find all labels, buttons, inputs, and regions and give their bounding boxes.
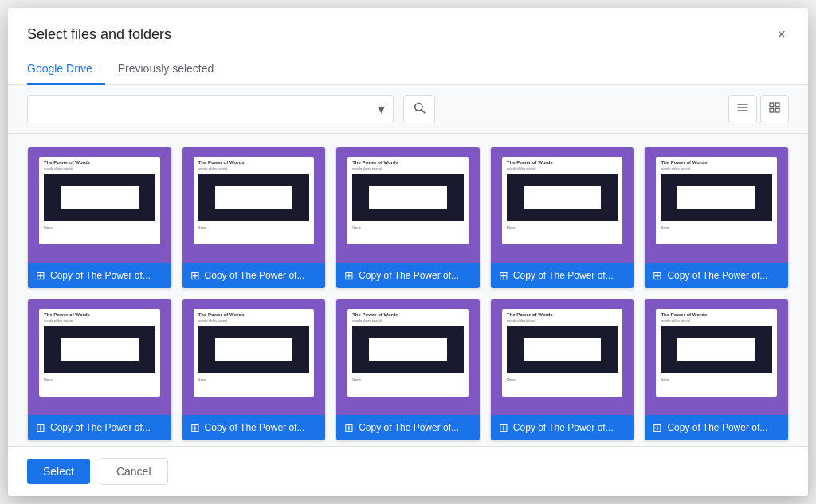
- thumb-name-2: Name: [194, 223, 315, 232]
- file-thumbnail-1: The Power of Words google slides tutoria…: [28, 147, 171, 263]
- file-card-6[interactable]: The Power of Words google slides tutoria…: [27, 299, 172, 441]
- thumb-content-6: [44, 326, 155, 373]
- list-view-icon: [736, 101, 749, 117]
- thumb-subtitle-5: google slides tutorial: [656, 166, 777, 172]
- thumb-title-10: The Power of Words: [656, 309, 777, 318]
- thumb-content-7: [198, 326, 310, 373]
- slides-icon-3: ⊞: [344, 269, 354, 282]
- file-name-10: Copy of The Power of...: [667, 422, 767, 433]
- files-area[interactable]: The Power of Words google slides tutoria…: [8, 134, 808, 446]
- list-view-button[interactable]: [728, 95, 757, 123]
- thumb-title-5: The Power of Words: [656, 157, 777, 166]
- file-thumbnail-10: The Power of Words google slides tutoria…: [645, 299, 788, 415]
- thumb-name-5: Name: [656, 223, 777, 232]
- file-card-10[interactable]: The Power of Words google slides tutoria…: [644, 299, 789, 441]
- file-card-8[interactable]: The Power of Words google slides tutoria…: [335, 299, 481, 441]
- file-thumbnail-5: The Power of Words google slides tutoria…: [645, 147, 788, 263]
- grid-view-icon: [768, 101, 781, 117]
- svg-rect-7: [770, 108, 774, 112]
- file-thumbnail-6: The Power of Words google slides tutoria…: [28, 299, 171, 415]
- thumb-subtitle-9: google slides tutorial: [502, 318, 623, 324]
- files-grid: The Power of Words google slides tutoria…: [27, 147, 789, 441]
- file-thumbnail-9: The Power of Words google slides tutoria…: [491, 299, 634, 415]
- view-toggle: [728, 95, 789, 123]
- thumb-subtitle-2: google slides tutorial: [194, 166, 315, 172]
- slides-icon-8: ⊞: [344, 421, 354, 434]
- dialog-footer: Select Cancel: [8, 446, 808, 496]
- file-name-4: Copy of The Power of...: [513, 270, 614, 281]
- search-button[interactable]: [403, 95, 435, 123]
- file-thumbnail-7: The Power of Words google slides tutoria…: [182, 299, 326, 415]
- file-card-3[interactable]: The Power of Words google slides tutoria…: [335, 147, 481, 289]
- file-card-9[interactable]: The Power of Words google slides tutoria…: [490, 299, 635, 441]
- svg-line-1: [422, 110, 424, 112]
- thumb-subtitle-8: google slides tutorial: [347, 318, 469, 324]
- file-label-3: ⊞ Copy of The Power of...: [336, 263, 480, 288]
- select-files-dialog: Select files and folders × Google Drive …: [8, 8, 808, 496]
- file-label-7: ⊞ Copy of The Power of...: [182, 415, 326, 440]
- file-thumbnail-4: The Power of Words google slides tutoria…: [491, 147, 634, 263]
- thumb-title-3: The Power of Words: [347, 157, 469, 166]
- file-name-6: Copy of The Power of...: [50, 422, 151, 433]
- thumb-content-4: [507, 174, 618, 221]
- thumb-content-5: [661, 174, 772, 221]
- file-card-4[interactable]: The Power of Words google slides tutoria…: [490, 147, 635, 289]
- thumb-content-2: [198, 174, 310, 221]
- file-label-9: ⊞ Copy of The Power of...: [491, 415, 634, 440]
- slides-icon-6: ⊞: [36, 421, 45, 434]
- dialog-title: Select files and folders: [27, 26, 171, 43]
- slides-icon-1: ⊞: [36, 269, 45, 282]
- tab-previously-selected[interactable]: Previously selected: [105, 54, 227, 85]
- file-name-2: Copy of The Power of...: [205, 270, 305, 281]
- thumb-subtitle-6: google slides tutorial: [39, 318, 160, 324]
- slides-icon-10: ⊞: [653, 421, 662, 434]
- slides-icon-5: ⊞: [653, 269, 662, 282]
- thumb-title-6: The Power of Words: [39, 309, 160, 318]
- cancel-button[interactable]: Cancel: [100, 458, 168, 485]
- tab-google-drive[interactable]: Google Drive: [27, 54, 105, 85]
- thumb-title-9: The Power of Words: [502, 309, 623, 318]
- thumb-content-10: [661, 326, 772, 373]
- file-name-3: Copy of The Power of...: [359, 270, 459, 281]
- thumb-subtitle-10: google slides tutorial: [656, 318, 777, 324]
- file-name-7: Copy of The Power of...: [205, 422, 305, 433]
- slides-icon-7: ⊞: [190, 421, 200, 434]
- thumb-name-9: Name: [502, 375, 623, 384]
- thumb-content-9: [507, 326, 618, 373]
- file-card-1[interactable]: The Power of Words google slides tutoria…: [27, 147, 172, 289]
- folder-dropdown[interactable]: ▾: [27, 95, 394, 123]
- file-card-5[interactable]: The Power of Words google slides tutoria…: [644, 147, 789, 289]
- thumb-name-6: Name: [39, 375, 160, 384]
- file-name-1: Copy of The Power of...: [50, 270, 151, 281]
- file-thumbnail-8: The Power of Words google slides tutoria…: [336, 299, 480, 415]
- dialog-header: Select files and folders ×: [8, 8, 808, 45]
- thumb-name-8: Name: [347, 375, 469, 384]
- thumb-subtitle-7: google slides tutorial: [194, 318, 315, 324]
- thumb-name-7: Name: [194, 375, 315, 384]
- file-name-5: Copy of The Power of...: [667, 270, 767, 281]
- file-thumbnail-2: The Power of Words google slides tutoria…: [182, 147, 326, 263]
- grid-view-button[interactable]: [760, 95, 789, 123]
- thumb-title-1: The Power of Words: [39, 157, 160, 166]
- thumb-content-3: [352, 174, 464, 221]
- file-card-2[interactable]: The Power of Words google slides tutoria…: [182, 147, 327, 289]
- file-card-7[interactable]: The Power of Words google slides tutoria…: [182, 299, 327, 441]
- file-label-5: ⊞ Copy of The Power of...: [645, 263, 788, 288]
- thumb-title-8: The Power of Words: [347, 309, 469, 318]
- file-label-8: ⊞ Copy of The Power of...: [336, 415, 480, 440]
- thumb-subtitle-3: google slides tutorial: [347, 166, 469, 172]
- thumb-subtitle-4: google slides tutorial: [502, 166, 623, 172]
- thumb-title-7: The Power of Words: [194, 309, 315, 318]
- thumb-title-2: The Power of Words: [194, 157, 315, 166]
- slides-icon-2: ⊞: [190, 269, 200, 282]
- file-label-2: ⊞ Copy of The Power of...: [182, 263, 326, 288]
- thumb-name-4: Name: [502, 223, 623, 232]
- file-label-6: ⊞ Copy of The Power of...: [28, 415, 171, 440]
- thumb-name-3: Name: [347, 223, 469, 232]
- slides-icon-9: ⊞: [499, 421, 508, 434]
- select-button[interactable]: Select: [27, 459, 90, 484]
- search-icon: [413, 101, 426, 117]
- file-label-4: ⊞ Copy of The Power of...: [491, 263, 634, 288]
- close-button[interactable]: ×: [774, 24, 789, 45]
- svg-point-0: [415, 104, 422, 111]
